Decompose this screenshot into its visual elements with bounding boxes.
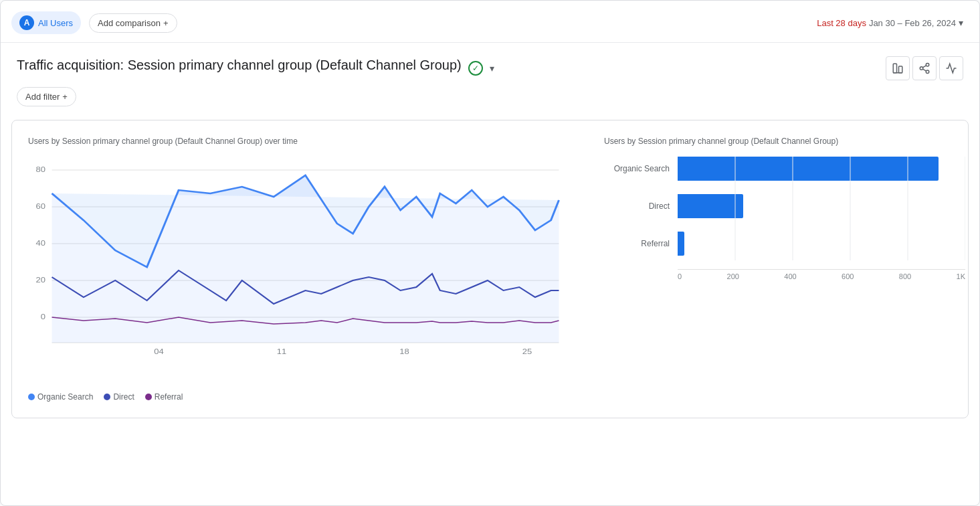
charts-container: Users by Session primary channel group (… [11, 120, 969, 418]
svg-point-5 [926, 70, 929, 74]
bar-x-1k: 1K [957, 272, 965, 280]
bar-x-axis: 0 200 400 600 800 1K [678, 269, 965, 280]
svg-text:20: 20 [36, 276, 46, 284]
plus-icon: + [163, 18, 169, 28]
bar-x-600: 600 [842, 272, 854, 280]
bar-x-0: 0 [678, 272, 682, 280]
svg-text:40: 40 [36, 239, 46, 248]
bar-organic [678, 157, 939, 181]
organic-search-label: Organic Search [37, 392, 93, 402]
chart-legend: Organic Search Direct Referral [28, 392, 583, 402]
svg-text:0: 0 [41, 313, 46, 321]
bar-x-200: 200 [727, 272, 739, 280]
bar-label-organic: Organic Search [604, 164, 678, 173]
title-row: Traffic acquisition: Session primary cha… [17, 56, 963, 80]
direct-label: Direct [113, 392, 134, 402]
svg-text:11: 11 [277, 347, 287, 356]
svg-point-3 [926, 64, 929, 67]
add-filter-label: Add filter [25, 92, 60, 102]
all-users-avatar: A [19, 15, 34, 30]
line-chart-section: Users by Session primary channel group (… [28, 137, 583, 402]
bar-row-direct: Direct [678, 194, 952, 218]
all-users-badge[interactable]: A All Users [11, 11, 81, 34]
all-users-label: All Users [38, 18, 73, 28]
title-left: Traffic acquisition: Session primary cha… [17, 58, 494, 80]
bar-label-referral: Referral [604, 239, 678, 248]
svg-text:60: 60 [36, 202, 46, 211]
bar-chart-wrapper: Organic Search Direct Referral [604, 157, 952, 280]
svg-line-7 [922, 66, 926, 68]
share-icon [918, 62, 930, 74]
date-dropdown-arrow[interactable]: ▾ [959, 17, 963, 28]
title-actions [886, 56, 963, 80]
bar-direct [678, 194, 743, 218]
legend-item-organic: Organic Search [28, 392, 93, 402]
svg-text:18: 18 [399, 347, 409, 356]
referral-label: Referral [155, 392, 183, 402]
svg-line-6 [922, 69, 926, 71]
referral-dot [145, 394, 152, 400]
svg-rect-0 [893, 64, 896, 73]
date-value: Jan 30 – Feb 26, 2024 [869, 18, 956, 28]
title-dropdown-arrow[interactable]: ▾ [490, 63, 494, 74]
bar-row-referral: Referral [678, 232, 952, 256]
header: A All Users Add comparison + Last 28 day… [1, 1, 979, 43]
line-chart-svg: 80 60 40 20 0 04 Feb 11 18 [28, 157, 583, 357]
add-comparison-label: Add comparison [98, 18, 161, 28]
line-chart-wrapper: 80 60 40 20 0 04 Feb 11 18 [28, 157, 583, 384]
svg-rect-1 [899, 66, 902, 73]
add-filter-button[interactable]: Add filter + [17, 87, 76, 106]
date-range-label: Last 28 days [817, 18, 866, 28]
svg-text:25: 25 [522, 347, 532, 356]
customize-chart-button[interactable] [886, 56, 910, 80]
add-filter-plus-icon: + [62, 92, 68, 102]
legend-item-referral: Referral [145, 392, 183, 402]
svg-text:04: 04 [154, 347, 164, 356]
svg-text:Feb: Feb [151, 356, 167, 357]
add-comparison-button[interactable]: Add comparison + [89, 13, 177, 33]
bar-x-400: 400 [784, 272, 796, 280]
direct-dot [104, 394, 110, 400]
legend-item-direct: Direct [104, 392, 134, 402]
anomaly-button[interactable] [939, 56, 963, 80]
page-title: Traffic acquisition: Session primary cha… [17, 58, 462, 73]
check-icon: ✓ [468, 61, 483, 76]
bar-label-direct: Direct [604, 201, 678, 211]
share-button[interactable] [912, 56, 937, 80]
bar-referral [678, 232, 684, 256]
svg-text:80: 80 [36, 165, 46, 174]
bar-row-organic: Organic Search [678, 157, 952, 181]
anomaly-icon [945, 62, 957, 74]
organic-search-dot [28, 394, 35, 400]
header-right: Last 28 days Jan 30 – Feb 26, 2024 ▾ [817, 17, 963, 28]
bar-chart-title: Users by Session primary channel group (… [604, 137, 952, 146]
main-container: A All Users Add comparison + Last 28 day… [0, 0, 980, 506]
bar-chart-section: Users by Session primary channel group (… [604, 137, 952, 402]
bar-x-800: 800 [899, 272, 911, 280]
chart-icon [892, 62, 904, 74]
line-chart-title: Users by Session primary channel group (… [28, 137, 583, 146]
title-section: Traffic acquisition: Session primary cha… [1, 43, 979, 112]
svg-point-4 [920, 67, 923, 70]
